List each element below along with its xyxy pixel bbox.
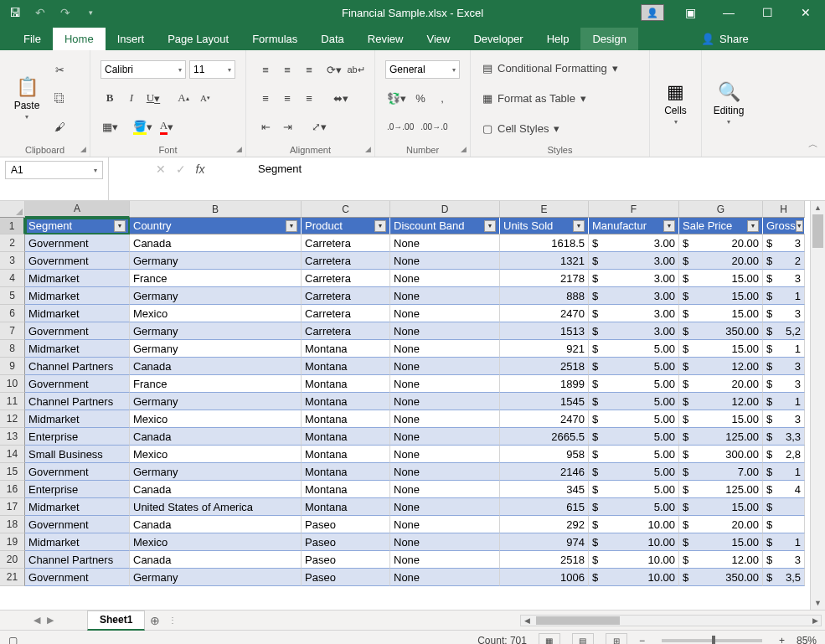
align-center-button[interactable]: ≡ — [278, 89, 296, 107]
formula-input[interactable]: Segment — [251, 157, 825, 200]
zoom-in-button[interactable]: + — [779, 635, 785, 644]
view-page-layout-button[interactable]: ▤ — [572, 633, 594, 644]
table-cell[interactable]: None — [390, 305, 500, 322]
table-cell[interactable]: $15.00 — [679, 498, 763, 516]
table-header-cell[interactable]: Country▼ — [130, 218, 302, 234]
table-cell[interactable]: $7.00 — [679, 463, 763, 481]
view-normal-button[interactable]: ▦ — [539, 633, 560, 644]
table-cell[interactable]: $3 — [763, 234, 805, 252]
fill-color-button[interactable]: 🪣 ▾ — [131, 118, 154, 137]
table-cell[interactable]: None — [390, 340, 500, 358]
table-cell[interactable]: $12.00 — [679, 393, 763, 410]
share-button[interactable]: 👤Share — [701, 33, 749, 45]
table-cell[interactable]: 615 — [500, 498, 589, 516]
comma-button[interactable]: , — [433, 89, 451, 107]
table-cell[interactable]: Montana — [302, 410, 390, 428]
zoom-slider[interactable] — [662, 639, 762, 642]
table-cell[interactable]: Paseo — [302, 551, 390, 569]
table-cell[interactable]: Midmarket — [25, 287, 130, 305]
row-header[interactable]: 5 — [0, 287, 25, 305]
table-cell[interactable]: None — [390, 533, 500, 551]
tab-formulas[interactable]: Formulas — [240, 28, 309, 50]
account-icon[interactable]: 👤 — [641, 4, 664, 21]
column-header[interactable]: A — [25, 201, 130, 218]
table-cell[interactable]: Carretera — [302, 322, 390, 340]
zoom-out-button[interactable]: − — [639, 635, 645, 644]
table-cell[interactable]: $5,2 — [763, 322, 805, 340]
cancel-icon[interactable]: ✕ — [156, 162, 166, 176]
table-cell[interactable]: $350.00 — [679, 569, 763, 586]
table-cell[interactable]: $5.00 — [589, 358, 679, 375]
filter-dropdown-icon[interactable]: ▼ — [484, 220, 496, 232]
table-cell[interactable]: 1321 — [500, 252, 589, 270]
table-cell[interactable]: $3.00 — [589, 322, 679, 340]
table-cell[interactable]: 345 — [500, 481, 589, 498]
font-size-combo[interactable]: 11▾ — [189, 60, 235, 79]
table-cell[interactable]: None — [390, 463, 500, 481]
table-cell[interactable]: $10.00 — [589, 516, 679, 533]
table-cell[interactable]: $5.00 — [589, 340, 679, 358]
table-header-cell[interactable]: Discount Band▼ — [390, 218, 500, 234]
tab-home[interactable]: Home — [53, 28, 106, 50]
table-header-cell[interactable]: Units Sold▼ — [500, 218, 589, 234]
table-cell[interactable]: None — [390, 569, 500, 586]
table-cell[interactable]: Small Business — [25, 446, 130, 463]
vertical-scrollbar[interactable]: ▲ ▼ — [810, 201, 825, 610]
table-cell[interactable]: 921 — [500, 340, 589, 358]
table-cell[interactable]: None — [390, 322, 500, 340]
sheet-nav[interactable]: ◀▶ — [0, 615, 87, 626]
column-header[interactable]: H — [763, 201, 805, 218]
row-header[interactable]: 12 — [0, 410, 25, 428]
save-icon[interactable]: 🖫 — [8, 6, 22, 19]
row-header[interactable]: 14 — [0, 446, 25, 463]
table-cell[interactable]: $1 — [763, 287, 805, 305]
filter-dropdown-icon[interactable]: ▼ — [747, 220, 759, 232]
orientation-button[interactable]: ⟳ ▾ — [325, 60, 343, 79]
table-cell[interactable]: $15.00 — [679, 270, 763, 287]
filter-dropdown-icon[interactable]: ▼ — [286, 220, 297, 232]
table-cell[interactable]: $5.00 — [589, 498, 679, 516]
table-cell[interactable]: $5.00 — [589, 481, 679, 498]
tab-data[interactable]: Data — [309, 28, 355, 50]
table-header-cell[interactable]: Product▼ — [302, 218, 390, 234]
row-header[interactable]: 13 — [0, 428, 25, 446]
table-cell[interactable]: Canada — [130, 481, 302, 498]
paste-button[interactable]: 📋 Paste ▾ — [7, 54, 47, 143]
row-header[interactable]: 3 — [0, 252, 25, 270]
table-cell[interactable]: United States of America — [130, 498, 302, 516]
row-header[interactable]: 21 — [0, 569, 25, 586]
row-header[interactable]: 11 — [0, 393, 25, 410]
increase-decimal-button[interactable]: .0→.00 — [385, 118, 415, 137]
table-cell[interactable]: Government — [25, 375, 130, 393]
table-cell[interactable]: Paseo — [302, 533, 390, 551]
decrease-indent-button[interactable]: ⇤ — [256, 118, 275, 137]
conditional-formatting-button[interactable]: ▤Conditional Formatting ▾ — [481, 59, 620, 77]
table-cell[interactable]: 1545 — [500, 393, 589, 410]
redo-icon[interactable]: ↷ — [59, 6, 72, 19]
increase-font-button[interactable]: A▴ — [174, 89, 193, 107]
align-top-button[interactable]: ≡ — [256, 60, 275, 79]
filter-dropdown-icon[interactable]: ▼ — [663, 220, 675, 232]
tab-review[interactable]: Review — [356, 28, 415, 50]
tab-developer[interactable]: Developer — [461, 28, 534, 50]
table-cell[interactable]: Carretera — [302, 252, 390, 270]
table-cell[interactable]: $5.00 — [589, 446, 679, 463]
row-header[interactable]: 17 — [0, 498, 25, 516]
tab-page-layout[interactable]: Page Layout — [156, 28, 240, 50]
table-cell[interactable]: Germany — [130, 287, 302, 305]
table-cell[interactable]: $10.00 — [589, 551, 679, 569]
table-cell[interactable]: Channel Partners — [25, 358, 130, 375]
table-cell[interactable]: $3.00 — [589, 270, 679, 287]
column-header[interactable]: G — [679, 201, 763, 218]
row-header[interactable]: 2 — [0, 234, 25, 252]
table-cell[interactable]: $1 — [763, 393, 805, 410]
split-handle-icon[interactable]: ⋮ — [168, 616, 177, 625]
editing-button[interactable]: 🔍 Editing ▾ — [709, 54, 749, 153]
table-cell[interactable]: Montana — [302, 463, 390, 481]
scroll-left-icon[interactable]: ◀ — [521, 616, 533, 625]
percent-button[interactable]: % — [411, 89, 430, 107]
table-cell[interactable]: Government — [25, 569, 130, 586]
table-cell[interactable]: Midmarket — [25, 498, 130, 516]
table-cell[interactable]: $10.00 — [589, 569, 679, 586]
table-cell[interactable]: Enterprise — [25, 428, 130, 446]
